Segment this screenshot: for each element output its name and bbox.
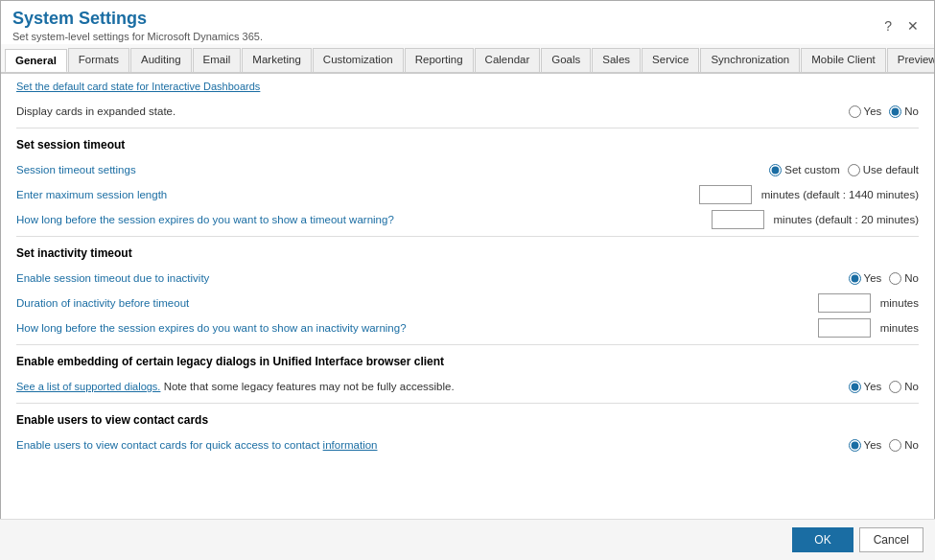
legacy-yes-option[interactable]: Yes xyxy=(849,381,882,393)
help-button[interactable]: ? xyxy=(880,16,896,35)
tab-formats[interactable]: Formats xyxy=(68,48,129,72)
timeout-warning-input[interactable]: 20 xyxy=(712,210,764,229)
contact-cards-radio: Yes No xyxy=(849,439,919,452)
inactivity-warning-row: How long before the session expires do y… xyxy=(16,315,919,340)
interactive-dashboards-label: Set the default card state for Interacti… xyxy=(16,81,260,92)
contact-cards-heading: Enable users to view contact cards xyxy=(16,413,919,427)
footer: OK Cancel xyxy=(0,519,935,560)
inactivity-duration-row: Duration of inactivity before timeout 5 … xyxy=(16,291,919,315)
contact-info-link[interactable]: information xyxy=(323,439,378,451)
inactivity-timeout-heading: Set inactivity timeout xyxy=(16,246,919,260)
inactivity-warning-unit: minutes xyxy=(880,322,919,334)
tab-marketing[interactable]: Marketing xyxy=(242,48,312,72)
legacy-no-option[interactable]: No xyxy=(889,381,919,393)
inactivity-yes-radio[interactable] xyxy=(849,272,861,285)
inactivity-warning-input[interactable]: 1 xyxy=(818,318,871,338)
inactivity-no-radio[interactable] xyxy=(889,272,901,285)
max-session-input[interactable]: 60 xyxy=(699,185,752,204)
window-title: System Settings xyxy=(12,9,263,29)
max-session-unit: minutes (default : 1440 minutes) xyxy=(761,189,919,200)
max-session-length-row: Enter maximum session length 60 minutes … xyxy=(16,182,919,207)
max-session-length-label: Enter maximum session length xyxy=(16,189,167,200)
timeout-warning-label: How long before the session expires do y… xyxy=(16,214,394,225)
tab-synchronization[interactable]: Synchronization xyxy=(700,48,800,72)
enable-inactivity-label: Enable session timeout due to inactivity xyxy=(16,272,209,284)
display-cards-row: Display cards in expanded state. Yes No xyxy=(16,99,919,124)
use-default-radio[interactable] xyxy=(848,164,860,176)
inactivity-radio: Yes No xyxy=(849,272,919,285)
display-cards-no-option[interactable]: No xyxy=(889,105,919,118)
session-timeout-settings-label: Session timeout settings xyxy=(16,164,136,175)
tab-customization[interactable]: Customization xyxy=(313,48,404,72)
inactivity-duration-control: 5 minutes xyxy=(818,293,919,313)
window-subtitle: Set system-level settings for Microsoft … xyxy=(12,31,263,42)
tab-general[interactable]: General xyxy=(5,49,67,73)
legacy-dialogs-heading: Enable embedding of certain legacy dialo… xyxy=(16,355,919,368)
tab-goals[interactable]: Goals xyxy=(541,48,591,72)
session-timeout-settings-row: Session timeout settings Set custom Use … xyxy=(16,157,919,182)
tab-auditing[interactable]: Auditing xyxy=(130,48,192,72)
inactivity-no-option[interactable]: No xyxy=(889,272,919,285)
tab-email[interactable]: Email xyxy=(193,48,242,72)
content-area: Set the default card state for Interacti… xyxy=(1,74,934,483)
enable-inactivity-row: Enable session timeout due to inactivity… xyxy=(16,266,919,291)
inactivity-yes-option[interactable]: Yes xyxy=(849,272,882,285)
timeout-warning-row: How long before the session expires do y… xyxy=(16,207,919,232)
max-session-control: 60 minutes (default : 1440 minutes) xyxy=(699,185,919,204)
legacy-dialogs-radio: Yes No xyxy=(849,381,919,393)
title-bar-left: System Settings Set system-level setting… xyxy=(12,9,263,42)
tab-calendar[interactable]: Calendar xyxy=(475,48,541,72)
title-bar: System Settings Set system-level setting… xyxy=(1,1,934,44)
inactivity-warning-control: 1 minutes xyxy=(818,318,919,338)
cancel-button[interactable]: Cancel xyxy=(859,527,923,552)
timeout-warning-control: 20 minutes (default : 20 minutes) xyxy=(712,210,920,229)
inactivity-duration-label: Duration of inactivity before timeout xyxy=(16,297,189,309)
display-cards-radio: Yes No xyxy=(849,105,919,118)
interactive-dashboards-row: Set the default card state for Interacti… xyxy=(16,74,919,99)
inactivity-duration-input[interactable]: 5 xyxy=(818,293,871,313)
contact-cards-label: Enable users to view contact cards for q… xyxy=(16,439,378,451)
inactivity-warning-label: How long before the session expires do y… xyxy=(16,322,407,334)
contact-yes-radio[interactable] xyxy=(849,439,861,452)
tabs-container: GeneralFormatsAuditingEmailMarketingCust… xyxy=(1,44,934,74)
tab-reporting[interactable]: Reporting xyxy=(405,48,474,72)
session-timeout-heading: Set session timeout xyxy=(16,138,919,152)
legacy-dialogs-row: See a list of supported dialogs. Note th… xyxy=(16,374,919,399)
tab-mobile-client[interactable]: Mobile Client xyxy=(801,48,885,72)
tab-previews[interactable]: Previews xyxy=(887,48,934,72)
close-button[interactable]: ✕ xyxy=(903,16,923,35)
ok-button[interactable]: OK xyxy=(792,527,853,552)
legacy-no-radio[interactable] xyxy=(889,381,901,393)
inactivity-duration-unit: minutes xyxy=(880,297,919,309)
contact-no-option[interactable]: No xyxy=(889,439,919,452)
supported-dialogs-link[interactable]: See a list of supported dialogs. xyxy=(16,381,160,392)
tab-sales[interactable]: Sales xyxy=(592,48,641,72)
legacy-yes-radio[interactable] xyxy=(849,381,861,393)
set-custom-radio[interactable] xyxy=(769,164,782,176)
display-cards-label: Display cards in expanded state. xyxy=(16,105,175,117)
display-cards-yes-radio[interactable] xyxy=(849,105,861,118)
display-cards-yes-option[interactable]: Yes xyxy=(849,105,882,118)
session-timeout-radio: Set custom Use default xyxy=(769,164,919,176)
contact-no-radio[interactable] xyxy=(889,439,901,452)
tab-service[interactable]: Service xyxy=(642,48,699,72)
timeout-warning-unit: minutes (default : 20 minutes) xyxy=(774,214,920,225)
legacy-dialogs-label: See a list of supported dialogs. Note th… xyxy=(16,381,455,392)
contact-cards-row: Enable users to view contact cards for q… xyxy=(16,432,919,457)
set-custom-option[interactable]: Set custom xyxy=(769,164,840,176)
display-cards-no-radio[interactable] xyxy=(889,105,901,118)
contact-yes-option[interactable]: Yes xyxy=(849,439,882,452)
title-bar-right: ? ✕ xyxy=(880,16,923,35)
use-default-option[interactable]: Use default xyxy=(848,164,919,176)
